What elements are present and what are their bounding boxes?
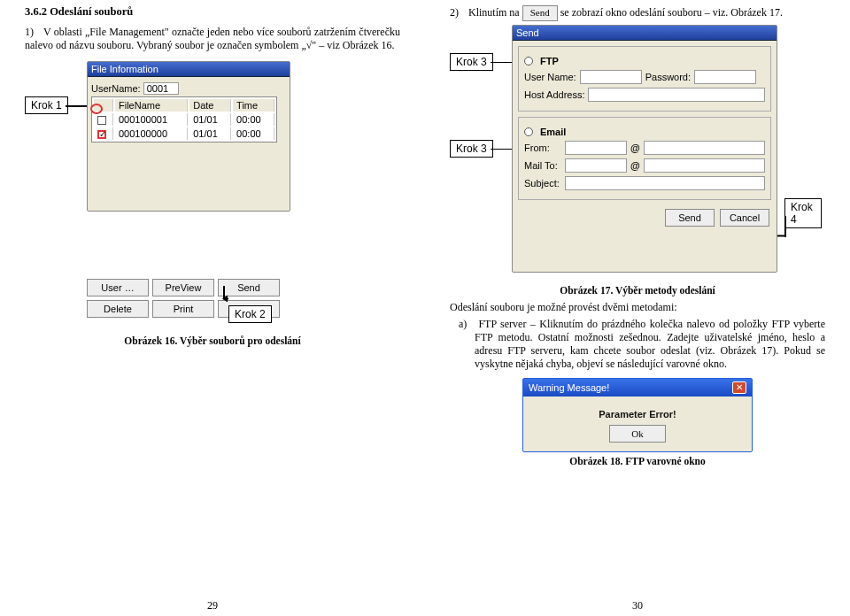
mailto-label: Mail To: <box>524 160 561 171</box>
paragraph-1-text: V oblasti „File Management" označte jede… <box>25 26 400 51</box>
checkbox-unchecked[interactable] <box>97 116 106 125</box>
user-button[interactable]: User … <box>87 279 149 296</box>
mailto-domain-input[interactable] <box>644 158 765 173</box>
checkbox-checked[interactable] <box>97 130 106 139</box>
delete-button[interactable]: Delete <box>87 300 149 318</box>
cell-filename: 000100000 <box>115 127 188 140</box>
step-label-krok1: Krok 1 <box>25 96 68 114</box>
email-radio-row: Email <box>524 127 765 137</box>
arrow-krok4-v <box>784 216 786 237</box>
subject-label: Subject: <box>524 178 561 189</box>
from-row: From: @ <box>524 141 765 155</box>
table-header-row: FileName Date Time <box>94 99 274 112</box>
col-date: Date <box>189 99 231 112</box>
from-user-input[interactable] <box>565 141 627 155</box>
email-radio[interactable] <box>524 127 533 136</box>
step-label-krok3-a: Krok 3 <box>450 53 493 71</box>
right-column: 2) Klinutím na Send se zobrazí okno odes… <box>425 0 850 616</box>
p2-text-a: Klinutím na <box>468 6 520 19</box>
email-label: Email <box>540 127 566 137</box>
arrow-krok2-v <box>223 286 225 298</box>
red-highlight-circle <box>90 104 103 114</box>
cancel-button[interactable]: Cancel <box>720 209 769 227</box>
figure-16: Krok 1 File Information UserName: 0001 F… <box>25 61 397 327</box>
password-label: Password: <box>645 72 691 82</box>
file-table: FileName Date Time 000100001 01/01 00:00 <box>91 96 277 142</box>
cell-date: 01/01 <box>189 127 231 140</box>
panel-body: UserName: 0001 FileName Date Time 000100… <box>88 77 290 146</box>
figure-18-caption-text: Obrázek 18. FTP varovné okno <box>569 456 705 466</box>
username-value: 0001 <box>143 82 179 95</box>
cell-filename: 000100001 <box>115 113 188 126</box>
step-label-krok4: Krok 4 <box>784 198 822 228</box>
paragraph-4: a) FTP server – Kliknutím do prázdného k… <box>450 318 825 371</box>
figure-18: Warning Message! ✕ Parameter Error! Ok O… <box>450 378 825 466</box>
left-column: 3.6.2 Odeslání souborů 1) V oblasti „Fil… <box>0 0 425 616</box>
inline-send-button[interactable]: Send <box>522 5 558 21</box>
ftp-user-row: User Name: Password: <box>524 70 765 84</box>
cell-time: 00:00 <box>233 127 274 140</box>
send-panel: Send FTP User Name: Password: Host Addre… <box>512 25 777 273</box>
figure-18-caption: Obrázek 18. FTP varovné okno <box>450 456 825 466</box>
send-panel-title: Send <box>513 26 777 41</box>
ftp-host-row: Host Address: <box>524 88 765 102</box>
email-group: Email From: @ Mail To: @ <box>518 117 771 200</box>
col-filename: FileName <box>115 99 188 112</box>
paragraph-3: Odeslání souboru je možné provést dvěmi … <box>450 301 825 314</box>
user-name-label: User Name: <box>524 72 576 82</box>
paragraph-4-text: FTP server – Kliknutím do prázdného kole… <box>475 318 825 370</box>
subject-input[interactable] <box>565 176 765 190</box>
warning-buttons: Ok <box>523 425 752 451</box>
host-label: Host Address: <box>524 89 584 100</box>
p2-text-b: se zobrazí okno odeslání souboru – viz. … <box>560 6 783 19</box>
send-button[interactable]: Send <box>665 209 715 227</box>
close-icon[interactable]: ✕ <box>732 381 746 394</box>
at-symbol: @ <box>630 160 640 171</box>
list-number: 1) <box>25 26 41 39</box>
from-label: From: <box>524 142 561 153</box>
send-button[interactable]: Send <box>218 279 280 296</box>
mailto-user-input[interactable] <box>565 158 627 173</box>
ftp-radio-row: FTP <box>524 56 765 66</box>
from-domain-input[interactable] <box>644 141 765 155</box>
list-letter: a) <box>459 318 475 331</box>
ok-button[interactable]: Ok <box>609 425 666 443</box>
step-label-krok3-b: Krok 3 <box>450 140 493 158</box>
list-number: 2) <box>450 6 466 19</box>
cell-date: 01/01 <box>189 113 231 126</box>
document-page: 3.6.2 Odeslání souborů 1) V oblasti „Fil… <box>0 0 850 616</box>
figure-16-caption-text: Obrázek 16. Výběr souborů pro odeslání <box>124 335 300 346</box>
panel-title: File Information <box>88 62 290 77</box>
subject-row: Subject: <box>524 176 765 190</box>
file-info-panel: File Information UserName: 0001 FileName… <box>87 61 290 212</box>
page-number: 30 <box>632 599 643 612</box>
warning-header: Warning Message! ✕ <box>523 379 752 397</box>
ftp-label: FTP <box>540 56 559 66</box>
mailto-row: Mail To: @ <box>524 158 765 173</box>
paragraph-1: 1) V oblasti „File Management" označte j… <box>25 26 400 52</box>
user-name-input[interactable] <box>580 70 642 84</box>
send-panel-buttons: Send Cancel <box>513 205 777 230</box>
figure-17: Krok 3 Krok 3 Krok 4 Send FTP User Name: <box>450 25 822 290</box>
paragraph-2: 2) Klinutím na Send se zobrazí okno odes… <box>450 5 825 21</box>
username-label: UserName: <box>91 83 141 94</box>
page-number: 29 <box>207 599 218 612</box>
table-row: 000100001 01/01 00:00 <box>94 113 274 126</box>
username-row: UserName: 0001 <box>91 82 286 95</box>
arrow-krok2 <box>223 298 228 300</box>
at-symbol: @ <box>630 142 640 153</box>
warning-title: Warning Message! <box>529 382 609 393</box>
warning-message: Parameter Error! <box>523 397 752 425</box>
warning-dialog: Warning Message! ✕ Parameter Error! Ok <box>522 378 753 452</box>
col-time: Time <box>233 99 274 112</box>
password-input[interactable] <box>694 70 756 84</box>
host-input[interactable] <box>588 88 765 102</box>
step-label-krok2: Krok 2 <box>228 305 272 323</box>
section-heading: 3.6.2 Odeslání souborů <box>25 5 400 19</box>
ftp-radio[interactable] <box>524 57 533 65</box>
cell-time: 00:00 <box>233 113 274 126</box>
ftp-group: FTP User Name: Password: Host Address: <box>518 46 771 112</box>
preview-button[interactable]: PreView <box>152 279 214 296</box>
figure-16-caption: Obrázek 16. Výběr souborů pro odeslání <box>25 335 400 346</box>
print-button[interactable]: Print <box>152 300 214 318</box>
